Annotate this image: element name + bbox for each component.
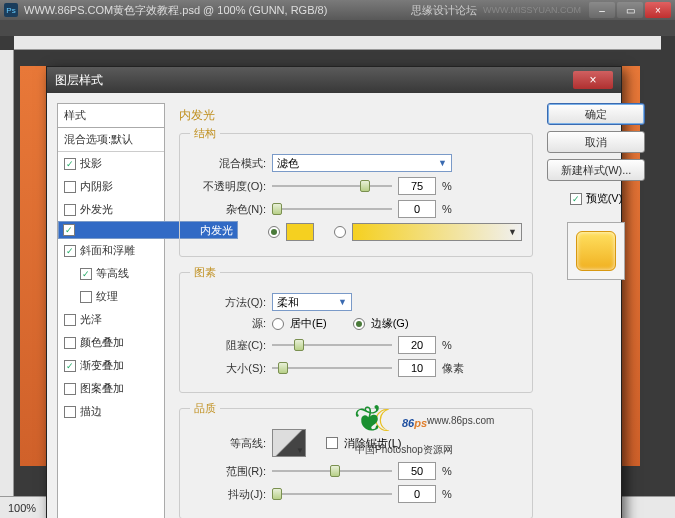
- opacity-input[interactable]: [398, 177, 436, 195]
- style-item-inner-shadow[interactable]: 内阴影: [58, 175, 164, 198]
- preview-checkbox[interactable]: [570, 193, 582, 205]
- range-input[interactable]: [398, 462, 436, 480]
- source-center-label: 居中(E): [290, 316, 327, 331]
- noise-unit: %: [442, 203, 452, 215]
- dialog-buttons: 确定 取消 新建样式(W)... 预览(V): [547, 103, 645, 518]
- source-label: 源:: [190, 316, 266, 331]
- checkbox[interactable]: [80, 268, 92, 280]
- opacity-slider[interactable]: [272, 179, 392, 193]
- styles-header[interactable]: 样式: [58, 104, 164, 128]
- ps-icon: Ps: [4, 3, 18, 17]
- range-label: 范围(R):: [190, 464, 266, 479]
- minimize-button[interactable]: –: [589, 2, 615, 18]
- layer-style-dialog: 图层样式 × 样式 混合选项:默认 投影 内阴影 外发光 内发光 斜面和浮雕 等…: [46, 66, 622, 518]
- checkbox[interactable]: [64, 204, 76, 216]
- technique-label: 方法(Q):: [190, 295, 266, 310]
- range-unit: %: [442, 465, 452, 477]
- checkbox[interactable]: [63, 224, 75, 236]
- checkbox[interactable]: [64, 360, 76, 372]
- chevron-down-icon: ▼: [438, 158, 447, 168]
- gradient-swatch[interactable]: ▼: [352, 223, 522, 241]
- preview-toggle[interactable]: 预览(V): [570, 191, 623, 206]
- chevron-down-icon: ▼: [508, 227, 521, 237]
- preview-thumbnail: [567, 222, 625, 280]
- panel-title: 内发光: [179, 107, 533, 124]
- window-close-button[interactable]: ×: [645, 2, 671, 18]
- checkbox[interactable]: [80, 291, 92, 303]
- blend-mode-select[interactable]: 滤色 ▼: [272, 154, 452, 172]
- size-slider[interactable]: [272, 361, 392, 375]
- preview-label: 预览(V): [586, 191, 623, 206]
- style-item-outer-glow[interactable]: 外发光: [58, 198, 164, 221]
- document-title: WWW.86PS.COM黄色字效教程.psd @ 100% (GUNN, RGB…: [24, 3, 411, 18]
- blend-mode-label: 混合模式:: [190, 156, 266, 171]
- checkbox[interactable]: [64, 383, 76, 395]
- style-item-gradient-overlay[interactable]: 渐变叠加: [58, 354, 164, 377]
- dialog-title: 图层样式: [55, 72, 573, 89]
- styles-list: 样式 混合选项:默认 投影 内阴影 外发光 内发光 斜面和浮雕 等高线 纹理 光…: [57, 103, 165, 518]
- settings-panel: 内发光 结构 混合模式: 滤色 ▼ 不透明度(O): %: [173, 103, 539, 518]
- choke-input[interactable]: [398, 336, 436, 354]
- cancel-button[interactable]: 取消: [547, 131, 645, 153]
- menu-strip: [0, 20, 675, 36]
- dialog-close-button[interactable]: ×: [573, 71, 613, 89]
- chevron-down-icon: ▼: [295, 445, 305, 456]
- style-item-satin[interactable]: 光泽: [58, 308, 164, 331]
- source-edge-label: 边缘(G): [371, 316, 409, 331]
- style-item-bevel[interactable]: 斜面和浮雕: [58, 239, 164, 262]
- color-radio[interactable]: [268, 226, 280, 238]
- contour-picker[interactable]: ▼: [272, 429, 306, 457]
- jitter-input[interactable]: [398, 485, 436, 503]
- checkbox[interactable]: [64, 158, 76, 170]
- contour-label: 等高线:: [190, 436, 266, 451]
- choke-unit: %: [442, 339, 452, 351]
- source-edge-radio[interactable]: [353, 318, 365, 330]
- checkbox[interactable]: [64, 406, 76, 418]
- noise-slider[interactable]: [272, 202, 392, 216]
- gradient-radio[interactable]: [334, 226, 346, 238]
- color-swatch[interactable]: [286, 223, 314, 241]
- preview-inner: [576, 231, 616, 271]
- jitter-slider[interactable]: [272, 487, 392, 501]
- style-item-pattern-overlay[interactable]: 图案叠加: [58, 377, 164, 400]
- zoom-level[interactable]: 100%: [8, 502, 36, 514]
- dialog-titlebar[interactable]: 图层样式 ×: [47, 67, 621, 93]
- elements-legend: 图素: [190, 265, 220, 280]
- style-item-color-overlay[interactable]: 颜色叠加: [58, 331, 164, 354]
- noise-input[interactable]: [398, 200, 436, 218]
- choke-slider[interactable]: [272, 338, 392, 352]
- style-item-contour[interactable]: 等高线: [58, 262, 164, 285]
- noise-label: 杂色(N):: [190, 202, 266, 217]
- size-input[interactable]: [398, 359, 436, 377]
- maximize-button[interactable]: ▭: [617, 2, 643, 18]
- style-item-stroke[interactable]: 描边: [58, 400, 164, 423]
- ok-button[interactable]: 确定: [547, 103, 645, 125]
- new-style-button[interactable]: 新建样式(W)...: [547, 159, 645, 181]
- technique-select[interactable]: 柔和 ▼: [272, 293, 352, 311]
- style-item-texture[interactable]: 纹理: [58, 285, 164, 308]
- checkbox[interactable]: [64, 314, 76, 326]
- choke-label: 阻塞(C):: [190, 338, 266, 353]
- app-titlebar: Ps WWW.86PS.COM黄色字效教程.psd @ 100% (GUNN, …: [0, 0, 675, 20]
- opacity-label: 不透明度(O):: [190, 179, 266, 194]
- anti-alias-label: 消除锯齿(L): [344, 436, 401, 451]
- ruler-vertical: [0, 50, 14, 496]
- opacity-unit: %: [442, 180, 452, 192]
- document-area: 图层样式 × 样式 混合选项:默认 投影 内阴影 外发光 内发光 斜面和浮雕 等…: [0, 36, 675, 496]
- watermark: WWW.MISSYUAN.COM: [483, 5, 581, 15]
- checkbox[interactable]: [64, 337, 76, 349]
- structure-group: 结构 混合模式: 滤色 ▼ 不透明度(O): %: [179, 126, 533, 257]
- checkbox[interactable]: [64, 245, 76, 257]
- forum-label: 思缘设计论坛: [411, 3, 477, 18]
- ruler-horizontal: [14, 36, 661, 50]
- checkbox[interactable]: [64, 181, 76, 193]
- style-item-drop-shadow[interactable]: 投影: [58, 152, 164, 175]
- quality-group: 品质 等高线: ▼ 消除锯齿(L) 范围(R): %: [179, 401, 533, 518]
- anti-alias-checkbox[interactable]: [326, 437, 338, 449]
- jitter-unit: %: [442, 488, 452, 500]
- chevron-down-icon: ▼: [338, 297, 347, 307]
- range-slider[interactable]: [272, 464, 392, 478]
- source-center-radio[interactable]: [272, 318, 284, 330]
- blending-options[interactable]: 混合选项:默认: [58, 128, 164, 152]
- elements-group: 图素 方法(Q): 柔和 ▼ 源: 居中(E) 边缘: [179, 265, 533, 393]
